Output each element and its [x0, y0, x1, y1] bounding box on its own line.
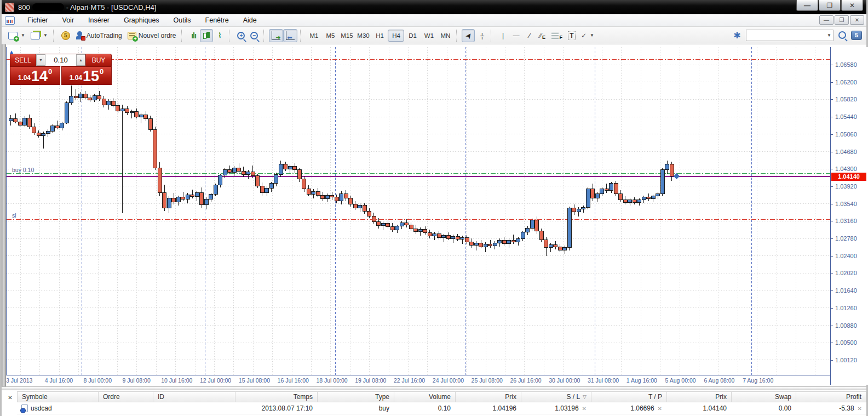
candlestick-chart-button[interactable]: [200, 29, 213, 42]
price-tick-label: 1.04300: [835, 166, 857, 172]
search-input[interactable]: ▼: [746, 30, 833, 41]
vertical-line-button[interactable]: |: [496, 29, 509, 42]
price-axis[interactable]: 1.065801.062001.058201.054401.050601.046…: [830, 47, 868, 385]
candle: [386, 223, 390, 226]
new-chart-button[interactable]: ▼: [5, 29, 28, 42]
candle: [414, 229, 418, 231]
arrows-button[interactable]: ✓▼: [578, 29, 597, 42]
tf-d1[interactable]: D1: [404, 30, 421, 42]
buy-quote[interactable]: 1.04 15 0: [61, 66, 112, 85]
position-row[interactable]: usdcad 2013.08.07 17:10 buy 0.10 1.04196…: [17, 403, 866, 414]
buy-button[interactable]: BUY: [85, 54, 112, 66]
crosshair-button[interactable]: -¦-: [475, 29, 488, 42]
col-prix-current[interactable]: Prix: [667, 392, 732, 402]
volume-decrease-button[interactable]: ▼: [36, 54, 45, 66]
menu-fenetre[interactable]: Fenêtre: [198, 15, 236, 26]
tf-m1[interactable]: M1: [306, 30, 322, 42]
col-sl[interactable]: S / L▽: [521, 392, 591, 402]
horizontal-line-button[interactable]: —: [509, 29, 522, 42]
close-position-button[interactable]: ✕: [858, 406, 862, 412]
tf-w1[interactable]: W1: [421, 30, 437, 42]
remove-sl-button[interactable]: ✕: [582, 406, 587, 412]
candle: [256, 176, 260, 186]
equidistant-channel-button[interactable]: ∕∕E: [536, 29, 549, 42]
close-button[interactable]: ✕: [841, 0, 863, 11]
tf-h1[interactable]: H1: [371, 30, 388, 42]
chart-document-icon: [5, 16, 15, 25]
new-order-button[interactable]: Nouvel ordre: [125, 29, 179, 42]
toolbox-close-button[interactable]: ✕: [6, 394, 14, 402]
col-tp[interactable]: T / P: [591, 392, 667, 402]
candle: [651, 196, 655, 198]
channel-icon: ∕∕: [539, 32, 542, 39]
volume-increase-button[interactable]: ▲: [76, 54, 85, 66]
autotrading-button[interactable]: AutoTrading: [73, 29, 125, 42]
tf-m5[interactable]: M5: [322, 30, 338, 42]
search-button[interactable]: [836, 29, 849, 42]
child-close-button[interactable]: ✕: [850, 15, 864, 25]
menu-voir[interactable]: Voir: [55, 15, 82, 26]
menu-aide[interactable]: Aide: [236, 15, 264, 26]
trendline-button[interactable]: ∕: [522, 29, 536, 42]
candle: [358, 206, 362, 208]
candle: [633, 200, 636, 203]
maximize-button[interactable]: ❐: [819, 0, 841, 11]
search-icon: [838, 31, 846, 39]
coin-icon: 5: [61, 31, 70, 40]
time-axis[interactable]: 3 Jul 20134 Jul 16:008 Jul 00:009 Jul 08…: [6, 375, 830, 385]
tf-mn[interactable]: MN: [437, 30, 453, 42]
line-chart-button[interactable]: ⌇: [213, 29, 226, 42]
col-id[interactable]: ID: [153, 392, 235, 402]
bar-chart-button[interactable]: ılı: [187, 29, 200, 42]
bid-pointer-icon: [674, 173, 680, 179]
candle: [163, 193, 166, 208]
col-symbole[interactable]: Symbole: [18, 392, 99, 402]
chart-plot[interactable]: ▲ SELL ▼ 0.10 ▲ BUY 1.04 14 0: [6, 47, 830, 375]
buy-price-pips: 15: [83, 70, 99, 83]
candle: [102, 99, 106, 105]
col-profit[interactable]: Profit: [796, 392, 866, 402]
volume-value[interactable]: 0.10: [45, 54, 76, 66]
menu-fichier[interactable]: Fichier: [20, 15, 55, 26]
zoom-out-button[interactable]: −: [248, 29, 261, 42]
sell-button[interactable]: SELL: [10, 54, 36, 66]
child-minimize-button[interactable]: —: [819, 15, 833, 25]
panel-splitter[interactable]: [2, 386, 866, 390]
autoscroll-button[interactable]: ➜: [269, 29, 283, 42]
price-tick-mark: [831, 308, 833, 309]
minimize-button[interactable]: —: [796, 0, 818, 11]
settings-button[interactable]: ✱: [731, 29, 744, 42]
col-volume[interactable]: Volume: [394, 392, 456, 402]
child-restore-button[interactable]: ❐: [835, 15, 849, 25]
tf-m15[interactable]: M15: [338, 30, 355, 42]
candle: [363, 206, 366, 212]
col-type[interactable]: Type: [318, 392, 394, 402]
sell-quote[interactable]: 1.04 14 0: [10, 66, 60, 85]
chevron-down-icon: ▼: [827, 33, 831, 38]
tf-h4[interactable]: H4: [388, 30, 404, 42]
remove-tp-button[interactable]: ✕: [658, 406, 662, 412]
deposit-button[interactable]: 5: [59, 29, 73, 42]
candle: [14, 118, 18, 122]
chart-shift-button[interactable]: ⬅: [283, 29, 297, 42]
cursor-button[interactable]: ➤: [462, 29, 475, 42]
text-tool-button[interactable]: T: [565, 29, 578, 42]
profiles-button[interactable]: ▼: [28, 29, 50, 42]
candle: [479, 243, 483, 247]
col-ordre[interactable]: Ordre: [99, 392, 153, 402]
menu-outils[interactable]: Outils: [166, 15, 198, 26]
col-temps[interactable]: Temps: [235, 392, 318, 402]
fibonacci-button[interactable]: F: [549, 29, 565, 42]
col-swap[interactable]: Swap: [732, 392, 796, 402]
menu-inserer[interactable]: Insérer: [81, 15, 117, 26]
candle: [335, 197, 338, 201]
price-tick-mark: [831, 343, 833, 343]
chevron-down-icon: ▼: [21, 33, 25, 38]
community-chat-badge[interactable]: 5: [851, 31, 862, 40]
zoom-in-button[interactable]: +: [234, 29, 248, 42]
tf-m30[interactable]: M30: [355, 30, 371, 42]
timeframe-group: M1 M5 M15 M30 H1 H4 D1 W1 MN: [304, 27, 455, 44]
menu-graphiques[interactable]: Graphiques: [117, 15, 166, 26]
col-prix-open[interactable]: Prix: [456, 392, 521, 402]
price-tick-mark: [831, 273, 833, 273]
